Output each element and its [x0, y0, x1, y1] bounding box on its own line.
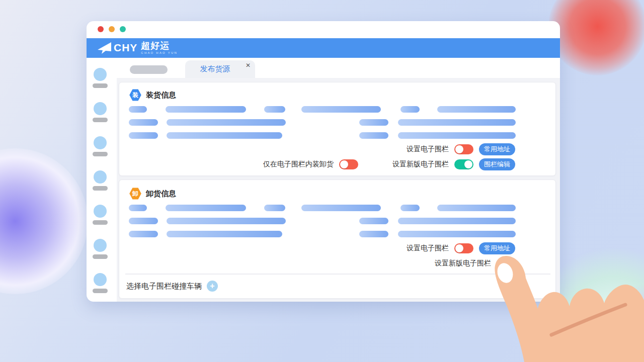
sidebar-label-placeholder: [93, 289, 108, 293]
toggle-knob: [455, 244, 463, 252]
sidebar-label-placeholder: [93, 118, 108, 122]
sidebar-item[interactable]: [91, 102, 115, 129]
placeholder-bar: [301, 106, 381, 113]
placeholder-bar: [400, 106, 420, 113]
select-collision-label: 选择电子围栏碰撞车辆: [126, 282, 202, 291]
browser-window: CHY 超好运 CHAO HAO YUN 发布货源 ✕ 装 装货信息: [87, 21, 560, 302]
placeholder-bar: [129, 132, 158, 139]
app-header-bar: CHY 超好运 CHAO HAO YUN: [87, 38, 560, 58]
sidebar-label-placeholder: [93, 220, 108, 225]
section-divider: [125, 274, 550, 275]
loading-badge-icon: 装: [129, 89, 141, 101]
placeholder-bar: [166, 106, 246, 113]
sidebar-avatar-placeholder: [94, 205, 107, 218]
placeholder-bar: [264, 106, 285, 113]
set-new-fence-toggle[interactable]: [497, 258, 516, 268]
set-fence-toggle[interactable]: [454, 144, 473, 154]
unloading-section-header: 卸 卸货信息: [129, 188, 176, 200]
placeholder-bar: [398, 218, 516, 224]
logo-name: 超好运: [141, 41, 178, 50]
set-fence-row: 设置电子围栏 常用地址: [407, 143, 515, 156]
sidebar-label-placeholder: [93, 254, 108, 259]
set-new-fence-label: 设置新版电子围栏: [435, 259, 491, 268]
set-fence-toggle[interactable]: [454, 243, 473, 253]
sidebar-label-placeholder: [93, 152, 108, 156]
horn-logo-icon: [97, 41, 112, 55]
set-new-fence-row: 设置新版电子围栏: [435, 257, 516, 270]
common-address-button[interactable]: 常用地址: [479, 242, 515, 254]
only-in-fence-row: 仅在电子围栏内装卸货: [263, 158, 358, 171]
sidebar-item[interactable]: [91, 239, 115, 266]
placeholder-bar: [129, 218, 158, 224]
placeholder-bar: [129, 231, 158, 237]
sidebar-avatar-placeholder: [94, 68, 107, 81]
sidebar-item[interactable]: [91, 136, 115, 163]
knuckle-crease: [551, 305, 625, 335]
sidebar-label-placeholder: [93, 186, 108, 191]
set-fence-label: 设置电子围栏: [407, 145, 449, 154]
sidebar-label-placeholder: [93, 83, 108, 88]
tab-placeholder-pill: [130, 65, 168, 74]
add-vehicle-plus-icon[interactable]: +: [207, 281, 218, 292]
only-in-fence-toggle[interactable]: [339, 159, 358, 169]
placeholder-bar: [129, 106, 147, 113]
placeholder-bar: [359, 231, 388, 237]
placeholder-bar: [129, 119, 158, 126]
set-fence-row: 设置电子围栏 常用地址: [407, 242, 515, 255]
unloading-info-card: 卸 卸货信息 设置电子围栏 常用地址 设置新版电子围栏 选择电子围栏碰撞车辆 +: [119, 179, 556, 299]
only-in-fence-label: 仅在电子围栏内装卸货: [263, 160, 334, 169]
zoom-window-dot[interactable]: [120, 26, 126, 32]
sidebar-avatar-placeholder: [94, 170, 107, 184]
minimize-window-dot[interactable]: [109, 26, 115, 32]
select-collision-row: 选择电子围栏碰撞车辆 +: [126, 279, 218, 293]
loading-section-header: 装 装货信息: [129, 89, 176, 101]
fence-edit-button[interactable]: 围栏编辑: [479, 158, 515, 170]
toggle-knob: [455, 145, 463, 153]
sidebar-item[interactable]: [91, 68, 115, 95]
tab-label: 发布货源: [185, 64, 245, 74]
unloading-badge-icon: 卸: [129, 188, 141, 200]
sidebar-avatar-placeholder: [94, 136, 107, 149]
placeholder-bar: [301, 205, 381, 211]
sidebar-avatar-placeholder: [94, 239, 107, 252]
loading-info-card: 装 装货信息 设置电子围栏 常用地址 仅在电子围栏内装卸货 设置新版电子围栏: [119, 82, 556, 176]
toggle-knob: [464, 160, 472, 168]
placeholder-bar: [167, 218, 286, 224]
tab-bar: 发布货源 ✕: [87, 58, 560, 78]
background-blob-purple: [0, 148, 88, 294]
sidebar-avatar-placeholder: [94, 273, 107, 286]
unloading-section-title: 卸货信息: [146, 189, 176, 199]
set-new-fence-row: 设置新版电子围栏 围栏编辑: [392, 158, 515, 171]
placeholder-bar: [167, 231, 282, 237]
placeholder-bar: [437, 106, 516, 113]
set-fence-label: 设置电子围栏: [407, 244, 449, 253]
app-logo: CHY 超好运 CHAO HAO YUN: [97, 41, 178, 55]
sidebar-item[interactable]: [91, 170, 115, 198]
placeholder-bar: [167, 119, 286, 126]
placeholder-bar: [359, 218, 388, 224]
placeholder-bar: [264, 205, 285, 211]
placeholder-bar: [359, 132, 388, 139]
tab-close-icon[interactable]: ✕: [246, 62, 251, 69]
placeholder-bar: [398, 132, 516, 139]
placeholder-bar: [437, 205, 516, 211]
placeholder-bar: [359, 119, 388, 126]
sidebar-item[interactable]: [91, 273, 115, 300]
placeholder-bar: [166, 205, 246, 211]
placeholder-bar: [129, 205, 147, 211]
common-address-button[interactable]: 常用地址: [479, 143, 515, 155]
close-window-dot[interactable]: [98, 26, 104, 32]
background-blob-lavender: [591, 284, 644, 362]
placeholder-bar: [398, 119, 516, 126]
logo-abbr: CHY: [114, 42, 137, 54]
loading-section-title: 装货信息: [146, 90, 176, 100]
sidebar-item[interactable]: [91, 205, 115, 232]
set-new-fence-toggle[interactable]: [454, 159, 473, 169]
logo-subtitle: CHAO HAO YUN: [141, 51, 178, 54]
placeholder-bar: [398, 231, 516, 237]
tab-publish-cargo[interactable]: 发布货源 ✕: [185, 60, 255, 78]
toggle-knob: [498, 259, 506, 267]
background-blob-red: [548, 0, 644, 75]
sidebar-avatar-placeholder: [94, 102, 107, 115]
toggle-knob: [340, 160, 348, 168]
